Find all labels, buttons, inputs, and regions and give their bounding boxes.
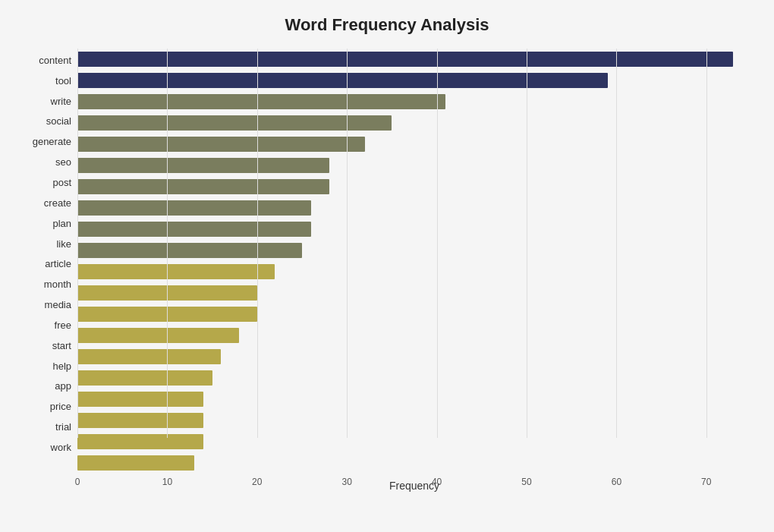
bar-row bbox=[77, 431, 751, 452]
bar-row bbox=[77, 112, 751, 134]
bar bbox=[77, 179, 329, 194]
bar bbox=[77, 137, 365, 152]
bar-row bbox=[77, 70, 751, 91]
chart-area: contenttoolwritesocialgenerateseopostcre… bbox=[23, 49, 751, 459]
x-tick-label: 60 bbox=[612, 477, 621, 487]
y-label: app bbox=[55, 376, 71, 397]
bar bbox=[77, 52, 733, 67]
bar-row bbox=[77, 197, 751, 219]
bar-row bbox=[77, 410, 751, 431]
bar-row bbox=[77, 176, 751, 197]
bar bbox=[77, 243, 302, 258]
chart-container: Word Frequency Analysis contenttoolwrite… bbox=[0, 0, 774, 532]
y-label: start bbox=[52, 335, 71, 356]
y-label: content bbox=[39, 50, 71, 71]
bar-row bbox=[77, 49, 751, 70]
bar bbox=[77, 370, 212, 386]
bar-row bbox=[77, 304, 751, 325]
bar-row bbox=[77, 452, 751, 474]
bars-and-grid: 010203040506070 Frequency bbox=[77, 49, 751, 459]
chart-title: Word Frequency Analysis bbox=[23, 15, 751, 35]
bar bbox=[77, 455, 194, 471]
bar bbox=[77, 264, 275, 279]
y-label: article bbox=[45, 253, 71, 274]
bar bbox=[77, 434, 203, 449]
bar-row bbox=[77, 346, 751, 367]
x-tick-label: 70 bbox=[701, 477, 711, 487]
x-tick-label: 50 bbox=[521, 477, 531, 487]
y-label: like bbox=[56, 234, 71, 254]
y-label: media bbox=[45, 294, 71, 315]
x-tick-label: 20 bbox=[252, 477, 262, 487]
bar bbox=[77, 413, 203, 428]
x-tick-label: 0 bbox=[75, 477, 80, 487]
bar-row bbox=[77, 325, 751, 346]
y-label: work bbox=[51, 437, 71, 458]
bar bbox=[77, 200, 311, 216]
y-label: post bbox=[52, 172, 71, 193]
y-label: month bbox=[44, 274, 71, 294]
bar-row bbox=[77, 91, 751, 112]
y-label: free bbox=[55, 315, 71, 335]
y-label: plan bbox=[52, 213, 71, 234]
bar bbox=[77, 328, 239, 343]
bar bbox=[77, 73, 608, 88]
y-label: social bbox=[46, 112, 71, 132]
y-label: write bbox=[51, 91, 71, 112]
bar bbox=[77, 392, 203, 407]
bar-row bbox=[77, 389, 751, 410]
y-label: generate bbox=[33, 131, 71, 152]
x-tick-label: 10 bbox=[162, 477, 172, 487]
x-tick-label: 40 bbox=[432, 477, 442, 487]
bar bbox=[77, 307, 257, 322]
bar-row bbox=[77, 240, 751, 261]
bar bbox=[77, 158, 329, 173]
y-axis-labels: contenttoolwritesocialgenerateseopostcre… bbox=[23, 49, 77, 459]
bar-row bbox=[77, 261, 751, 282]
bar bbox=[77, 222, 311, 237]
bar-row bbox=[77, 219, 751, 240]
x-axis-title: Frequency bbox=[77, 480, 751, 492]
y-label: tool bbox=[55, 71, 71, 91]
bars-wrapper bbox=[77, 49, 751, 474]
y-label: seo bbox=[55, 152, 71, 172]
bar-row bbox=[77, 155, 751, 176]
y-label: create bbox=[44, 193, 71, 213]
y-label: trial bbox=[55, 417, 71, 437]
y-label: help bbox=[52, 356, 71, 376]
x-tick-label: 30 bbox=[342, 477, 352, 487]
bar-row bbox=[77, 367, 751, 389]
bar-row bbox=[77, 282, 751, 304]
y-label: price bbox=[50, 396, 71, 417]
bar bbox=[77, 285, 257, 301]
bar bbox=[77, 349, 221, 364]
bar bbox=[77, 94, 445, 109]
bar bbox=[77, 115, 392, 131]
bar-row bbox=[77, 134, 751, 155]
